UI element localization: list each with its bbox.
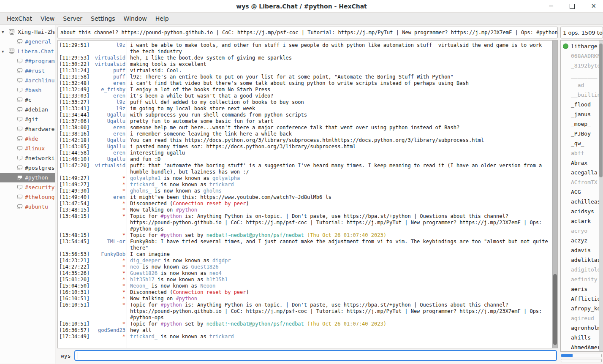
user-list-item[interactable]: _PJBoy — [561, 129, 603, 139]
chat-line: [11:31:24]puffvirtualsid: Cool. — [59, 68, 557, 74]
chat-line-meta: [13:56:53]FunkyBob — [59, 251, 125, 258]
sidebar-item-general[interactable]: #general — [0, 37, 55, 46]
user-list-item[interactable]: adigitole — [561, 265, 603, 274]
sidebar-item-git[interactable]: #git — [0, 114, 55, 124]
user-count-label: 1 ops, 1509 total — [563, 30, 603, 36]
user-list-item[interactable]: AhmedAmer — [561, 342, 603, 352]
menu-server[interactable]: Server — [59, 13, 87, 24]
user-list-item[interactable]: acryo — [561, 226, 603, 236]
user-list-item[interactable]: acegalla- — [561, 168, 603, 177]
nick-label: godSend23 — [98, 327, 125, 334]
tree-item-label: #ubuntu — [25, 204, 48, 210]
user-list-item[interactable]: ________ — [561, 71, 603, 80]
menu-hexchat[interactable]: HexChat — [3, 13, 36, 24]
user-list-item[interactable]: _flood — [561, 100, 603, 109]
maximize-icon[interactable] — [570, 4, 575, 9]
chat-line: [16:10:31]*Disconnected (Connection rese… — [59, 289, 557, 296]
user-list-item[interactable]: aclark — [561, 216, 603, 226]
chat-scrollbar-thumb[interactable] — [553, 274, 557, 345]
tree-item-label: ##programming — [25, 58, 55, 64]
tree-server-xinghaizhan[interactable]: ▼Xing-Hai-Zhan — [0, 27, 55, 37]
server-icon — [8, 29, 16, 35]
tree-expander-icon[interactable]: ▼ — [2, 49, 8, 54]
menu-window[interactable]: Window — [119, 13, 151, 24]
user-list-item[interactable]: adeliktas — [561, 255, 603, 265]
user-list-item[interactable]: 068AADRKN — [561, 51, 603, 61]
chat-scrollbar[interactable] — [552, 41, 557, 348]
sidebar-item-rust[interactable]: ##rust — [0, 66, 55, 76]
user-list-item[interactable]: agronholm — [561, 323, 603, 333]
message-segment-teal: nedbat!~nedbat@python/psf/nedbat — [206, 232, 304, 238]
sidebar-item-programming[interactable]: ##programming — [0, 56, 55, 66]
sidebar-item-thelounge[interactable]: #thelounge — [0, 192, 55, 202]
menu-settings[interactable]: Settings — [87, 13, 119, 24]
minimize-icon[interactable]: − — [549, 3, 554, 9]
user-list-item[interactable]: _janus — [561, 109, 603, 119]
sidebar-item-linux[interactable]: #linux — [0, 144, 55, 153]
sidebar-item-security[interactable]: #security — [0, 182, 55, 192]
user-list-item[interactable]: __ad — [561, 80, 603, 90]
sidebar-item-archlinux[interactable]: #archlinux — [0, 76, 55, 85]
user-count-box: 1 ops, 1509 total — [560, 27, 603, 38]
user-list-item[interactable]: abff — [561, 148, 603, 158]
menu-view[interactable]: View — [36, 13, 59, 24]
user-list-item[interactable]: afropy_ke — [561, 304, 603, 313]
message-text: Guest1826 is now known as neo4 — [125, 270, 557, 277]
tree-expander-icon[interactable]: ▼ — [2, 30, 8, 34]
chat-line: [16:10:51]*Now talking on #python — [59, 296, 557, 302]
sidebar-item-kde[interactable]: #kde — [0, 134, 55, 144]
nick-label: TML-or — [107, 239, 125, 251]
tree-item-label: ##rust — [25, 68, 45, 74]
chat-line-meta: [13:47:54]* — [59, 201, 125, 207]
user-list-item[interactable]: Afflictio — [561, 294, 603, 304]
system-star: * — [122, 188, 125, 194]
chat-line: [11:49:40]erenit might've been this: htt… — [59, 194, 557, 201]
user-list-item[interactable]: ahills — [561, 333, 603, 342]
sidebar-item-python[interactable]: #python — [0, 173, 55, 182]
message-segment: set by — [182, 232, 206, 238]
chat-line: [11:44:58]ereninteresting ugallu — [59, 150, 557, 156]
message-segment-nickref: trickard_ — [130, 182, 158, 187]
user-list-item[interactable]: acidsys — [561, 206, 603, 216]
user-list-item[interactable]: ACfromTX — [561, 177, 603, 187]
sidebar-item-bash[interactable]: #bash — [0, 85, 55, 95]
sidebar-item-postgresql[interactable]: #postgresql — [0, 163, 55, 173]
sidebar-item-c[interactable]: #c — [0, 95, 55, 105]
user-nick: adavis — [571, 247, 591, 253]
user-list-item[interactable]: aeris — [561, 284, 603, 294]
user-list-scrollbar[interactable] — [599, 41, 603, 351]
chat-line: [11:29:51]l9zi want be able to make tool… — [59, 42, 557, 55]
chat-line-meta: [11:31:58]puff — [59, 74, 125, 80]
server-tree: ▼Xing-Hai-Zhan#general▼Libera.Chat##prog… — [0, 25, 55, 364]
tree-item-label: #networking — [25, 155, 55, 161]
sidebar-item-debian[interactable]: #debian — [0, 105, 55, 114]
user-list-item[interactable]: litharge — [561, 41, 603, 51]
user-list-item[interactable]: agireud — [561, 313, 603, 323]
user-list-item[interactable]: _moep_ — [561, 119, 603, 129]
sidebar-item-ubuntu[interactable]: #ubuntu — [0, 202, 55, 212]
chat-line: [11:47:20]virtualsidpuff: that 'automate… — [59, 163, 557, 175]
topic-input[interactable]: about this channel? https://pound-python… — [57, 27, 558, 38]
close-icon[interactable]: × — [591, 3, 596, 9]
user-list-item[interactable]: _qw_ — [561, 139, 603, 148]
message-segment — [304, 321, 307, 327]
tree-item-label: #archlinux — [25, 77, 55, 84]
sidebar-item-networking[interactable]: #networking — [0, 153, 55, 163]
user-list-item[interactable]: aefinity — [561, 274, 603, 284]
timestamp: [14:27:22] — [59, 264, 90, 270]
user-list-item[interactable]: ACG — [561, 187, 603, 197]
user-list-scrollbar-thumb[interactable] — [599, 43, 603, 177]
user-list-item[interactable]: adavis — [561, 245, 603, 255]
user-list-item[interactable]: Abrax — [561, 158, 603, 168]
message-segment-teal: nedbat!~nedbat@python/psf/nedbat — [206, 321, 304, 327]
user-list-item[interactable]: achilleas — [561, 197, 603, 206]
user-list-item[interactable]: __builtin — [561, 90, 603, 100]
sidebar-item-hardware[interactable]: #hardware — [0, 124, 55, 134]
chat-line-meta: [16:36:57]godSend23 — [59, 327, 125, 334]
user-list-item[interactable]: aczyz — [561, 236, 603, 245]
message-input[interactable] — [74, 350, 557, 361]
message-segment-nickref: golyalpha — [212, 175, 240, 181]
tree-server-liberachat[interactable]: ▼Libera.Chat — [0, 46, 55, 56]
user-list-item[interactable]: _8192byte — [561, 61, 603, 71]
menu-help[interactable]: Help — [151, 13, 173, 24]
